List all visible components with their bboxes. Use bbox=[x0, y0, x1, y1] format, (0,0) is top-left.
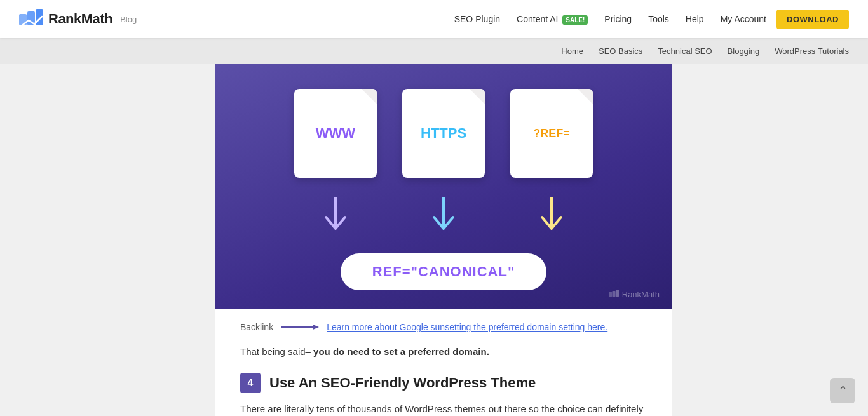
svg-marker-7 bbox=[313, 325, 319, 330]
svg-rect-3 bbox=[609, 292, 612, 297]
page-wrapper: WWW HTTPS ?REF= bbox=[0, 64, 868, 416]
doc-card-www: WWW bbox=[294, 89, 377, 178]
sale-badge: SALE! bbox=[562, 15, 588, 25]
doc-card-ref: ?REF= bbox=[510, 89, 593, 178]
subnav-blogging[interactable]: Blogging bbox=[728, 46, 760, 56]
main-nav: SEO Plugin Content AI SALE! Pricing Tool… bbox=[448, 10, 849, 29]
nav-my-account[interactable]: My Account bbox=[714, 10, 773, 28]
subnav-wordpress-tutorials[interactable]: WordPress Tutorials bbox=[775, 46, 849, 56]
secondary-nav: Home SEO Basics Technical SEO Blogging W… bbox=[0, 38, 868, 64]
backlink-row: Backlink Learn more about Google sunsett… bbox=[240, 322, 647, 332]
article-content: Backlink Learn more about Google sunsett… bbox=[215, 309, 672, 416]
site-header: RankMath Blog SEO Plugin Content AI SALE… bbox=[0, 0, 868, 38]
nav-help[interactable]: Help bbox=[679, 10, 710, 28]
body-text-preferred-domain: That being said– you do need to set a pr… bbox=[240, 344, 647, 360]
scroll-to-top-button[interactable]: ⌃ bbox=[830, 378, 855, 403]
sidebar-left bbox=[18, 64, 215, 416]
arrow-www bbox=[294, 197, 377, 241]
nav-tools[interactable]: Tools bbox=[642, 10, 675, 28]
download-button[interactable]: DOWNLOAD bbox=[776, 10, 849, 29]
sidebar-right bbox=[672, 64, 850, 416]
svg-rect-0 bbox=[19, 14, 27, 25]
subnav-home[interactable]: Home bbox=[561, 46, 583, 56]
logo-text: RankMath bbox=[48, 11, 112, 27]
canonical-text: REF="CANONICAL" bbox=[372, 264, 515, 279]
doc-card-https-label: HTTPS bbox=[421, 125, 466, 142]
main-content: WWW HTTPS ?REF= bbox=[215, 64, 672, 416]
section-title: Use An SEO-Friendly WordPress Theme bbox=[269, 375, 536, 391]
nav-pricing[interactable]: Pricing bbox=[598, 10, 638, 28]
body-text-themes: There are literally tens of thousands of… bbox=[240, 401, 647, 417]
nav-seo-plugin[interactable]: SEO Plugin bbox=[448, 10, 506, 28]
canonical-diagram: WWW HTTPS ?REF= bbox=[215, 64, 672, 309]
canonical-pill: REF="CANONICAL" bbox=[341, 253, 547, 290]
chevron-up-icon: ⌃ bbox=[838, 384, 848, 398]
subnav-technical-seo[interactable]: Technical SEO bbox=[658, 46, 712, 56]
nav-content-ai[interactable]: Content AI SALE! bbox=[510, 10, 594, 28]
doc-cards-row: WWW HTTPS ?REF= bbox=[294, 89, 593, 178]
backlink-link[interactable]: Learn more about Google sunsetting the p… bbox=[327, 322, 607, 332]
svg-rect-5 bbox=[616, 290, 619, 297]
doc-card-https: HTTPS bbox=[402, 89, 485, 178]
rankmath-logo-icon bbox=[19, 9, 43, 29]
logo-area[interactable]: RankMath Blog bbox=[19, 9, 137, 29]
subnav-seo-basics[interactable]: SEO Basics bbox=[599, 46, 642, 56]
section-number: 4 bbox=[240, 373, 261, 393]
arrow-https bbox=[402, 197, 485, 241]
svg-rect-4 bbox=[612, 291, 615, 297]
arrows-row bbox=[294, 197, 593, 241]
backlink-label: Backlink bbox=[240, 322, 273, 332]
logo-blog: Blog bbox=[120, 15, 137, 24]
doc-card-ref-label: ?REF= bbox=[533, 127, 570, 140]
section-heading-row: 4 Use An SEO-Friendly WordPress Theme bbox=[240, 373, 647, 393]
doc-card-www-label: WWW bbox=[316, 125, 355, 142]
arrow-ref bbox=[510, 197, 593, 241]
backlink-arrow-icon bbox=[281, 322, 319, 332]
rankmath-watermark: RankMath bbox=[609, 289, 660, 299]
